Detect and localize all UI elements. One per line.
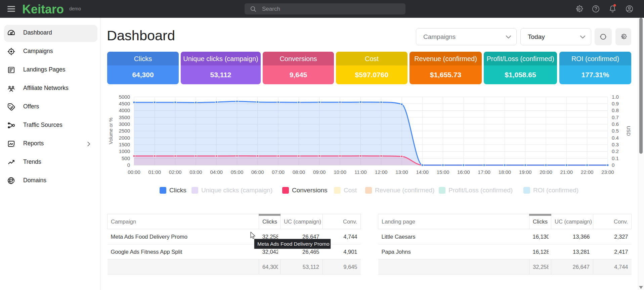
svg-text:3000: 3000 — [119, 121, 130, 127]
svg-text:1000: 1000 — [119, 148, 130, 154]
svg-text:18:00: 18:00 — [499, 169, 511, 175]
svg-text:11:00: 11:00 — [354, 169, 367, 175]
svg-text:06:00: 06:00 — [251, 169, 264, 175]
svg-text:1.0: 1.0 — [612, 94, 619, 100]
svg-text:0.7: 0.7 — [612, 114, 619, 120]
svg-text:02:00: 02:00 — [169, 169, 182, 175]
svg-text:0.4: 0.4 — [612, 135, 619, 141]
svg-text:0: 0 — [127, 162, 130, 168]
svg-text:0.1: 0.1 — [612, 155, 619, 161]
svg-text:20:00: 20:00 — [540, 169, 552, 175]
svg-text:12:00: 12:00 — [375, 169, 388, 175]
svg-text:1500: 1500 — [119, 142, 130, 147]
svg-text:0.8: 0.8 — [612, 107, 619, 113]
svg-text:Volume or %: Volume or % — [108, 117, 114, 144]
svg-text:2500: 2500 — [119, 128, 130, 134]
svg-text:4500: 4500 — [119, 101, 130, 106]
svg-text:07:00: 07:00 — [272, 169, 285, 175]
svg-text:22:00: 22:00 — [581, 169, 594, 175]
svg-text:03:00: 03:00 — [189, 169, 202, 175]
svg-text:0.2: 0.2 — [612, 148, 619, 154]
svg-text:USD: USD — [626, 126, 631, 136]
svg-text:0.5: 0.5 — [612, 128, 619, 134]
svg-text:21:00: 21:00 — [560, 169, 573, 175]
svg-text:09:00: 09:00 — [313, 169, 326, 175]
svg-text:10:00: 10:00 — [334, 169, 346, 175]
svg-text:05:00: 05:00 — [231, 169, 244, 175]
svg-text:19:00: 19:00 — [519, 169, 532, 175]
svg-text:13:00: 13:00 — [395, 169, 408, 175]
svg-text:2000: 2000 — [119, 135, 130, 141]
svg-text:0.9: 0.9 — [612, 101, 619, 106]
svg-text:16:00: 16:00 — [457, 169, 470, 175]
svg-text:0.6: 0.6 — [612, 121, 619, 127]
svg-text:08:00: 08:00 — [293, 169, 305, 175]
svg-text:0: 0 — [612, 162, 614, 168]
svg-text:23:00: 23:00 — [601, 169, 614, 175]
svg-text:14:00: 14:00 — [416, 169, 429, 175]
svg-text:17:00: 17:00 — [478, 169, 490, 175]
svg-text:5000: 5000 — [119, 94, 130, 100]
svg-text:04:00: 04:00 — [210, 169, 223, 175]
svg-text:15:00: 15:00 — [437, 169, 449, 175]
svg-text:500: 500 — [122, 155, 130, 161]
svg-text:3500: 3500 — [119, 114, 130, 120]
svg-text:00:00: 00:00 — [128, 169, 140, 175]
svg-text:4000: 4000 — [119, 107, 130, 113]
svg-text:01:00: 01:00 — [148, 169, 161, 175]
svg-text:0.3: 0.3 — [612, 142, 619, 147]
